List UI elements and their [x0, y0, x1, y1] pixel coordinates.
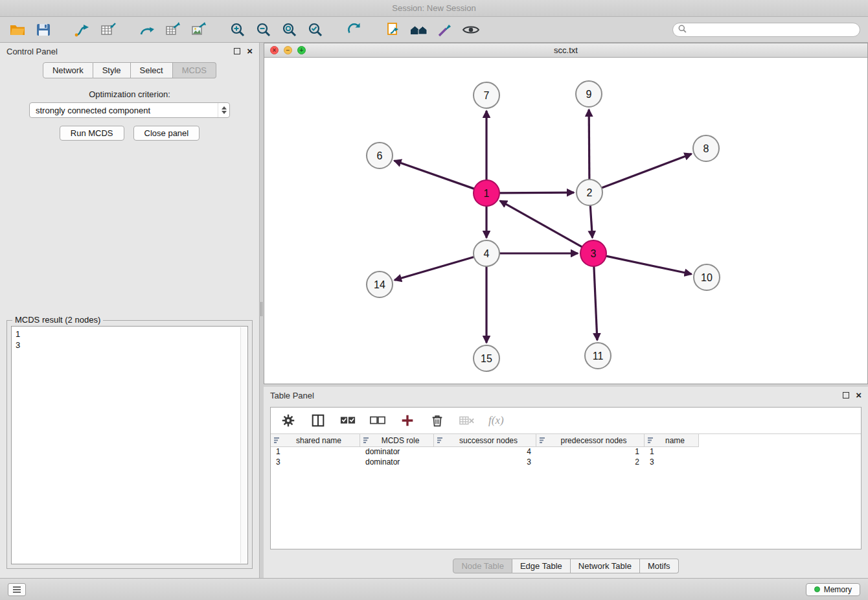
graph-node-3[interactable]: 3	[580, 240, 606, 266]
columns-icon[interactable]	[310, 412, 326, 429]
window-titlebar: Session: New Session	[0, 0, 868, 17]
column-header-shared-name[interactable]: shared name	[271, 434, 360, 447]
cell-mcds-role[interactable]: dominator	[360, 447, 434, 457]
network-view-window: × − + scc.txt 7968124314101511	[264, 43, 868, 384]
column-header-name[interactable]: name	[645, 434, 699, 447]
cell-mcds-role[interactable]: dominator	[360, 457, 434, 468]
column-header-successor-nodes[interactable]: successor nodes	[434, 434, 536, 447]
cell-name[interactable]: 1	[645, 447, 699, 457]
tab-edge-table[interactable]: Edge Table	[512, 559, 571, 573]
zoom-selected-icon[interactable]	[306, 20, 325, 40]
import-table-icon[interactable]	[98, 20, 118, 40]
style-brush-icon[interactable]	[435, 20, 455, 40]
edge-2-3[interactable]	[590, 205, 592, 238]
edge-3-11[interactable]	[594, 266, 597, 340]
graph-node-10[interactable]: 10	[694, 264, 720, 290]
svg-text:11: 11	[593, 351, 604, 362]
close-panel-button[interactable]: Close panel	[133, 126, 200, 141]
delete-column-icon[interactable]	[459, 412, 475, 429]
network-canvas[interactable]: 7968124314101511	[264, 58, 867, 384]
table-header-row: shared name MCDS role successor nodes pr…	[271, 433, 861, 447]
column-header-predecessor-nodes[interactable]: predecessor nodes	[536, 434, 645, 447]
gear-icon[interactable]	[280, 412, 297, 429]
tab-select[interactable]: Select	[131, 62, 173, 78]
optimization-criterion-select[interactable]: strongly connected component	[29, 102, 230, 118]
cell-shared-name[interactable]: 1	[271, 447, 360, 457]
graph-node-11[interactable]: 11	[585, 343, 611, 369]
mcds-result-list[interactable]: 1 3	[11, 326, 248, 564]
close-window-icon[interactable]: ×	[270, 46, 279, 54]
edge-2-8[interactable]	[602, 154, 692, 187]
cell-predecessor-nodes[interactable]: 2	[536, 457, 645, 468]
tab-mcds[interactable]: MCDS	[173, 62, 216, 78]
tab-node-table[interactable]: Node Table	[453, 559, 512, 573]
select-all-icon[interactable]	[339, 412, 356, 429]
save-icon[interactable]	[34, 20, 53, 40]
zoom-out-icon[interactable]	[254, 20, 273, 40]
memory-button[interactable]: Memory	[806, 583, 860, 596]
node-table-container: f(x) shared name MCDS role successor nod…	[270, 407, 862, 549]
export-network-icon[interactable]	[137, 20, 157, 40]
export-image-icon[interactable]	[189, 20, 209, 40]
cell-successor-nodes[interactable]: 4	[434, 447, 536, 457]
column-header-mcds-role[interactable]: MCDS role	[360, 434, 434, 447]
edge-4-14[interactable]	[394, 257, 474, 281]
open-folder-icon[interactable]	[8, 20, 27, 40]
graph-node-14[interactable]: 14	[367, 271, 393, 297]
refresh-icon[interactable]	[345, 20, 364, 40]
network-graph[interactable]: 7968124314101511	[264, 58, 867, 384]
edge-2-9[interactable]	[589, 110, 589, 179]
float-window-icon[interactable]	[843, 392, 849, 398]
close-icon[interactable]: ×	[247, 48, 253, 54]
graph-node-9[interactable]: 9	[576, 81, 602, 107]
run-mcds-button[interactable]: Run MCDS	[60, 126, 124, 141]
neighbors-icon[interactable]	[409, 20, 429, 40]
close-icon[interactable]: ×	[856, 392, 862, 398]
network-window-titlebar[interactable]: × − + scc.txt	[264, 43, 867, 58]
graph-node-6[interactable]: 6	[367, 143, 393, 168]
trash-icon[interactable]	[429, 412, 446, 429]
graph-node-4[interactable]: 4	[474, 240, 499, 266]
edge-3-10[interactable]	[606, 256, 692, 274]
graph-node-1[interactable]: 1	[474, 180, 499, 206]
svg-text:7: 7	[484, 90, 490, 101]
cell-name[interactable]: 3	[645, 457, 699, 468]
import-network-icon[interactable]	[73, 20, 92, 40]
graph-node-7[interactable]: 7	[474, 82, 499, 108]
eye-icon[interactable]	[461, 20, 481, 40]
minimize-window-icon[interactable]: −	[284, 46, 292, 54]
export-table-icon[interactable]	[163, 20, 183, 40]
tab-network[interactable]: Network	[43, 62, 93, 78]
search-field[interactable]	[672, 23, 860, 37]
copy-document-icon[interactable]	[383, 20, 403, 40]
cell-predecessor-nodes[interactable]: 1	[536, 447, 645, 457]
tab-motifs[interactable]: Motifs	[640, 559, 679, 573]
zoom-fit-icon[interactable]	[280, 20, 299, 40]
tab-network-table[interactable]: Network Table	[571, 559, 640, 573]
table-row[interactable]: 1 dominator 4 1 1	[271, 447, 861, 457]
memory-label: Memory	[824, 585, 852, 594]
table-row[interactable]: 3 dominator 3 2 3	[271, 457, 861, 468]
edge-1-2[interactable]	[499, 192, 574, 193]
status-bar: Memory	[0, 578, 868, 600]
graph-node-2[interactable]: 2	[577, 179, 602, 205]
cell-successor-nodes[interactable]: 3	[434, 457, 536, 468]
function-builder-icon[interactable]: f(x)	[488, 414, 504, 427]
sort-icon	[273, 437, 280, 444]
result-scrollbar[interactable]	[240, 327, 247, 563]
table-panel-title: Table Panel	[270, 391, 314, 400]
search-input[interactable]	[691, 25, 854, 34]
edge-1-6[interactable]	[394, 161, 474, 189]
cell-shared-name[interactable]: 3	[271, 457, 360, 468]
task-history-button[interactable]	[8, 583, 26, 596]
zoom-in-icon[interactable]	[228, 20, 247, 40]
add-icon[interactable]	[399, 412, 416, 429]
maximize-window-icon[interactable]: +	[297, 46, 306, 54]
float-window-icon[interactable]	[234, 48, 240, 54]
tab-style[interactable]: Style	[93, 62, 131, 78]
edge-3-1[interactable]	[500, 201, 582, 247]
clear-selection-icon[interactable]	[369, 412, 386, 429]
graph-node-15[interactable]: 15	[474, 345, 499, 371]
graph-node-8[interactable]: 8	[693, 135, 719, 161]
dropdown-selected-value: strongly connected component	[36, 106, 150, 115]
